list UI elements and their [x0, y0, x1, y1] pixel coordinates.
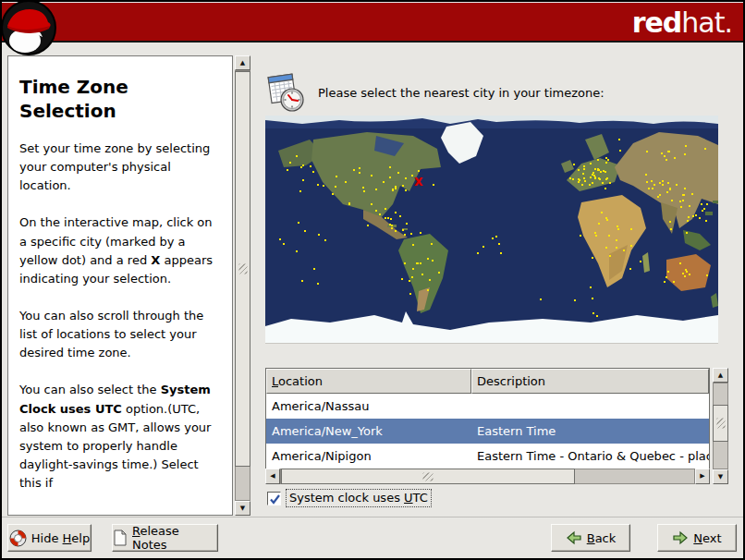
hide-help-button[interactable]: Hide Help — [7, 524, 92, 552]
city-dot-icon[interactable] — [395, 212, 397, 213]
city-dot-icon[interactable] — [651, 180, 653, 182]
city-dot-icon[interactable] — [433, 184, 434, 186]
world-map[interactable]: X — [265, 116, 718, 344]
city-dot-icon[interactable] — [590, 177, 592, 178]
city-dot-icon[interactable] — [666, 159, 667, 161]
city-dot-icon[interactable] — [629, 268, 631, 270]
city-dot-icon[interactable] — [302, 164, 304, 166]
utc-checkbox-label[interactable]: System clock uses UTC — [286, 489, 432, 507]
city-dot-icon[interactable] — [418, 170, 420, 172]
scroll-right-button[interactable]: ▶ — [695, 469, 710, 484]
city-dot-icon[interactable] — [573, 164, 575, 165]
city-dot-icon[interactable] — [683, 194, 685, 196]
city-dot-icon[interactable] — [410, 233, 412, 235]
city-dot-icon[interactable] — [482, 246, 484, 248]
city-dot-icon[interactable] — [657, 196, 659, 198]
city-dot-icon[interactable] — [699, 217, 701, 219]
city-dot-icon[interactable] — [607, 159, 609, 161]
city-dot-icon[interactable] — [605, 188, 606, 189]
city-dot-icon[interactable] — [609, 255, 611, 257]
city-dot-icon[interactable] — [427, 258, 429, 260]
city-dot-icon[interactable] — [705, 220, 707, 222]
city-dot-icon[interactable] — [438, 272, 440, 274]
city-dot-icon[interactable] — [668, 151, 670, 152]
city-dot-icon[interactable] — [317, 283, 319, 285]
city-dot-icon[interactable] — [602, 182, 604, 184]
city-dot-icon[interactable] — [578, 169, 580, 171]
city-dot-icon[interactable] — [702, 210, 703, 212]
city-dot-icon[interactable] — [304, 230, 306, 232]
city-dot-icon[interactable] — [389, 166, 391, 168]
city-dot-icon[interactable] — [664, 281, 666, 283]
city-dot-icon[interactable] — [324, 239, 326, 241]
city-dot-icon[interactable] — [670, 228, 672, 230]
city-dot-icon[interactable] — [596, 315, 598, 317]
city-dot-icon[interactable] — [592, 182, 593, 184]
city-dot-icon[interactable] — [618, 139, 620, 140]
column-header-description[interactable]: Description — [471, 369, 709, 394]
city-dot-icon[interactable] — [706, 274, 708, 276]
city-dot-icon[interactable] — [616, 239, 617, 241]
city-dot-icon[interactable] — [704, 148, 706, 150]
city-dot-icon[interactable] — [387, 217, 389, 219]
city-dot-icon[interactable] — [375, 210, 377, 212]
city-dot-icon[interactable] — [584, 180, 586, 182]
back-button[interactable]: Back — [551, 524, 630, 552]
city-dot-icon[interactable] — [616, 247, 617, 249]
city-dot-icon[interactable] — [500, 252, 502, 254]
city-dot-icon[interactable] — [363, 190, 365, 192]
city-dot-icon[interactable] — [405, 177, 407, 179]
city-dot-icon[interactable] — [383, 181, 385, 183]
scroll-up-button[interactable]: ▲ — [713, 368, 728, 383]
city-dot-icon[interactable] — [645, 174, 647, 176]
city-dot-icon[interactable] — [420, 262, 421, 264]
city-dot-icon[interactable] — [583, 168, 585, 170]
city-dot-icon[interactable] — [412, 268, 414, 270]
city-dot-icon[interactable] — [594, 232, 596, 234]
table-row[interactable]: America/New_YorkEastern Time — [266, 419, 709, 444]
city-dot-icon[interactable] — [684, 275, 686, 277]
table-horizontal-scrollbar[interactable]: ◀ ▶ — [265, 469, 710, 484]
city-dot-icon[interactable] — [371, 203, 372, 205]
city-dot-icon[interactable] — [574, 299, 576, 301]
city-dot-icon[interactable] — [580, 235, 581, 237]
city-dot-icon[interactable] — [391, 227, 393, 229]
city-dot-icon[interactable] — [323, 185, 324, 187]
city-dot-icon[interactable] — [617, 228, 619, 230]
city-dot-icon[interactable] — [592, 174, 593, 176]
city-dot-icon[interactable] — [687, 220, 689, 222]
city-dot-icon[interactable] — [686, 232, 688, 234]
city-dot-icon[interactable] — [540, 298, 542, 300]
city-dot-icon[interactable] — [685, 269, 687, 271]
city-dot-icon[interactable] — [691, 193, 693, 195]
city-dot-icon[interactable] — [296, 250, 298, 252]
city-dot-icon[interactable] — [662, 180, 664, 182]
city-dot-icon[interactable] — [348, 202, 350, 204]
city-dot-icon[interactable] — [353, 169, 355, 171]
city-dot-icon[interactable] — [684, 188, 686, 189]
scrollbar-thumb[interactable] — [713, 405, 728, 442]
city-dot-icon[interactable] — [279, 238, 281, 240]
city-dot-icon[interactable] — [609, 182, 611, 184]
city-dot-icon[interactable] — [359, 172, 360, 174]
city-dot-icon[interactable] — [405, 189, 407, 191]
city-dot-icon[interactable] — [477, 252, 479, 254]
city-dot-icon[interactable] — [375, 189, 377, 190]
city-dot-icon[interactable] — [395, 188, 397, 189]
city-dot-icon[interactable] — [313, 268, 315, 270]
city-dot-icon[interactable] — [412, 244, 414, 246]
city-dot-icon[interactable] — [429, 279, 431, 281]
city-dot-icon[interactable] — [592, 257, 593, 259]
city-dot-icon[interactable] — [679, 201, 681, 202]
city-dot-icon[interactable] — [605, 162, 607, 164]
city-dot-icon[interactable] — [603, 170, 605, 172]
city-dot-icon[interactable] — [579, 179, 580, 181]
city-dot-icon[interactable] — [594, 168, 596, 170]
city-dot-icon[interactable] — [371, 175, 372, 177]
city-dot-icon[interactable] — [667, 182, 669, 184]
scroll-down-button[interactable]: ▼ — [713, 469, 728, 484]
city-dot-icon[interactable] — [300, 166, 302, 168]
city-dot-icon[interactable] — [605, 247, 607, 249]
city-dot-icon[interactable] — [411, 175, 413, 177]
city-dot-icon[interactable] — [420, 232, 421, 234]
